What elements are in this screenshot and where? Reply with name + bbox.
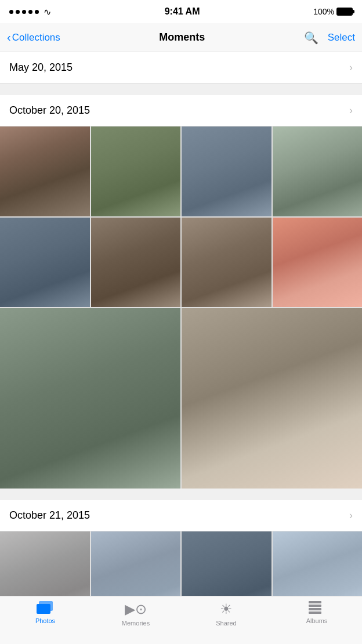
list-item[interactable] [0, 126, 90, 216]
list-item[interactable] [182, 308, 362, 489]
section-may20[interactable]: May 20, 2015 › [0, 52, 362, 84]
signal-dot-5 [35, 10, 39, 14]
battery-percentage: 100% [313, 7, 334, 16]
signal-dot-4 [28, 10, 32, 14]
battery-icon [336, 8, 353, 16]
shared-icon: ☀ [220, 601, 233, 617]
nav-title: Moments [159, 31, 205, 44]
main-content: May 20, 2015 › October 20, 2015 › Octobe… [0, 52, 362, 644]
albums-line-4 [309, 612, 321, 614]
list-item[interactable] [0, 218, 90, 307]
signal-dot-2 [16, 10, 20, 14]
back-button[interactable]: ‹ Collections [7, 31, 60, 44]
list-item[interactable] [273, 218, 363, 307]
nav-actions: 🔍 Select [304, 31, 355, 45]
albums-line-3 [309, 608, 321, 610]
oct20-row3 [0, 308, 362, 489]
battery-area: 100% [313, 7, 353, 16]
tab-albums-label: Albums [306, 617, 328, 624]
oct20-row1 [0, 126, 362, 216]
albums-icon [309, 601, 325, 615]
memories-icon: ▶⊙ [125, 601, 147, 617]
signal-dot-3 [22, 10, 26, 14]
tab-memories[interactable]: ▶⊙ Memories [91, 601, 181, 627]
section-chevron-oct20: › [349, 104, 353, 117]
tab-albums[interactable]: Albums [272, 601, 362, 624]
section-chevron-oct21: › [349, 509, 353, 522]
select-button[interactable]: Select [328, 32, 355, 44]
section-date-oct20: October 20, 2015 [9, 104, 90, 117]
nav-bar: ‹ Collections Moments 🔍 Select [0, 23, 362, 52]
signal-area: ∿ [9, 6, 51, 17]
signal-dot-1 [9, 10, 13, 14]
tab-shared[interactable]: ☀ Shared [181, 601, 272, 627]
battery-fill [338, 9, 352, 15]
search-button[interactable]: 🔍 [304, 31, 318, 45]
back-label: Collections [12, 32, 60, 44]
list-item[interactable] [182, 126, 272, 216]
list-item[interactable] [273, 126, 363, 216]
albums-line-2 [309, 605, 321, 607]
list-item[interactable] [91, 218, 181, 307]
oct20-photo-grid [0, 126, 362, 489]
section-date-may20: May 20, 2015 [9, 61, 73, 74]
status-bar: ∿ 9:41 AM 100% [0, 0, 362, 23]
back-chevron-icon: ‹ [7, 31, 11, 44]
tab-shared-label: Shared [216, 620, 236, 627]
status-time: 9:41 AM [165, 6, 200, 17]
tab-memories-label: Memories [122, 620, 150, 627]
section-chevron-may20: › [349, 61, 353, 74]
tab-photos-label: Photos [35, 617, 55, 624]
spacer-1 [0, 84, 362, 95]
photos-icon-front [37, 604, 50, 614]
section-oct21[interactable]: October 21, 2015 › [0, 500, 362, 531]
section-date-oct21: October 21, 2015 [9, 509, 90, 522]
wifi-icon: ∿ [44, 6, 51, 17]
albums-line-1 [309, 601, 321, 603]
section-oct20[interactable]: October 20, 2015 › [0, 95, 362, 126]
spacer-2 [0, 489, 362, 500]
tab-bar: Photos ▶⊙ Memories ☀ Shared Albums [0, 596, 362, 644]
photos-icon [37, 601, 54, 615]
tab-photos[interactable]: Photos [0, 601, 91, 624]
list-item[interactable] [182, 218, 272, 307]
list-item[interactable] [91, 126, 181, 216]
oct20-row2 [0, 218, 362, 307]
list-item[interactable] [0, 308, 180, 489]
